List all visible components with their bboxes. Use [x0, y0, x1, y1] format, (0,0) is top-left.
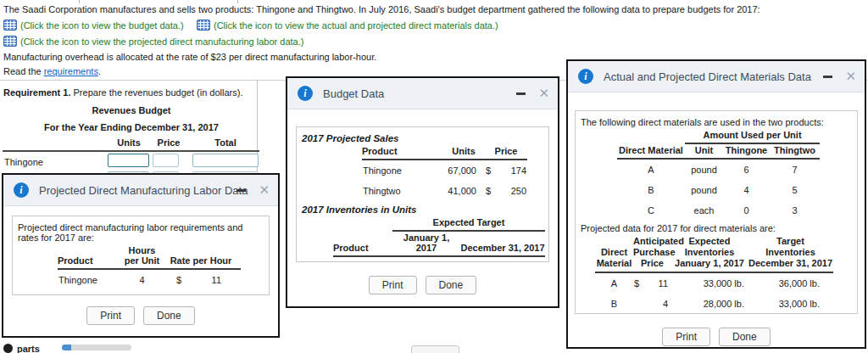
close-icon[interactable]: ✕	[259, 182, 270, 199]
col-price: Price	[485, 145, 527, 160]
requirements-link[interactable]: requirements	[44, 66, 98, 76]
table-icon	[3, 36, 17, 47]
inventories-heading: 2017 Inventories in Units	[302, 205, 543, 215]
overhead-note: Manufacturing overhead is allocated at t…	[3, 52, 376, 63]
col-hours-per-unit: Hours per Unit	[123, 244, 161, 269]
labor-intro: Projected direct manufacturing labor req…	[18, 222, 264, 243]
projected-sales-table: Product Units Price Thingone 67,000 $ 17…	[362, 145, 527, 201]
table-row: B 4 28,000 lb. 33,000 lb.	[595, 294, 833, 314]
dialog-title: Projected Direct Manufacturing Labor Dat…	[39, 184, 248, 197]
dialog-title: Budget Data	[323, 87, 384, 100]
info-icon: i	[298, 86, 313, 101]
materials-usage-table: Amount Used per Unit Direct Material Uni…	[617, 129, 820, 221]
col-product: Product	[333, 231, 392, 256]
col-thingtwo: Thingtwo	[770, 143, 820, 159]
dialog-title: Actual and Projected Direct Materials Da…	[604, 70, 811, 83]
requirement-heading: Requirement 1. Prepare the revenues budg…	[3, 87, 242, 98]
expected-target-header: Expected Target	[392, 216, 545, 231]
table-icon	[197, 20, 210, 31]
col-december: December 31, 2017	[460, 231, 545, 256]
minimize-icon[interactable]	[516, 92, 526, 95]
col-product: Product	[58, 244, 123, 269]
column-header-units: Units	[117, 137, 141, 148]
dialog-titlebar: i Projected Direct Manufacturing Labor D…	[3, 175, 278, 206]
table-icon	[3, 20, 17, 31]
col-january: January 1, 2017	[392, 231, 460, 256]
col-anticipated-price: Anticipated Purchase Price	[633, 235, 671, 272]
budget-data-panel: 2017 Projected Sales Product Units Price…	[296, 126, 549, 262]
table-row: Thingtwo 41,000 $ 250	[362, 181, 527, 201]
col-target-inventories: Target Inventories December 31, 2017	[748, 235, 833, 272]
parts-icon	[3, 344, 13, 353]
col-product: Product	[362, 145, 442, 160]
column-header-total: Total	[214, 137, 236, 148]
materials-data-panel: The following direct materials are used …	[575, 110, 858, 314]
app-screen: The Saadi Corporation manufactures and s…	[0, 0, 868, 353]
minimize-icon[interactable]	[823, 76, 832, 78]
revenues-budget-title: Revenues Budget	[0, 105, 263, 116]
problem-statement: The Saadi Corporation manufactures and s…	[3, 4, 760, 15]
read-prefix: Read the	[3, 66, 44, 76]
labor-data-link-label: (Click the icon to view the projected di…	[20, 36, 303, 47]
partial-button[interactable]	[411, 345, 459, 353]
materials-data-link-label: (Click the icon to view the actual and p…	[214, 20, 498, 31]
col-direct-material: Direct Material	[595, 235, 633, 272]
budget-data-dialog: i Budget Data ✕ 2017 Projected Sales Pro…	[286, 76, 559, 308]
top-edge-artifact	[237, 0, 238, 3]
info-icon: i	[14, 182, 29, 198]
labor-data-link[interactable]: (Click the icon to view the projected di…	[3, 36, 303, 48]
projected-intro: Projected data for 2017 for direct mater…	[581, 223, 852, 233]
materials-data-link[interactable]: (Click the icon to view the actual and p…	[197, 20, 498, 31]
labor-table: Product Hours per Unit Rate per Hour Thi…	[58, 244, 241, 295]
table-row: Thingone 4 $ 11	[58, 269, 241, 290]
revenues-budget-subtitle: For the Year Ending December 31, 2017	[0, 122, 263, 133]
table-row: Thingone 22,000 27,000	[333, 256, 545, 262]
requirement-text: Prepare the revenues budget (in dollars)…	[70, 87, 242, 98]
inventories-table: Expected Target Product January 1, 2017 …	[333, 216, 545, 262]
done-button[interactable]: Done	[719, 328, 771, 346]
table-row: A pound 6 7	[617, 159, 820, 180]
print-button[interactable]: Print	[369, 276, 417, 294]
row-label-thingone: Thingone	[4, 157, 43, 168]
col-direct-material: Direct Material	[617, 143, 685, 159]
print-button[interactable]: Print	[662, 328, 710, 346]
column-header-price: Price	[158, 137, 181, 148]
table-row: B pound 4 5	[617, 180, 820, 200]
close-icon[interactable]: ✕	[538, 85, 549, 102]
col-thingone: Thingone	[723, 143, 770, 159]
dialog-titlebar: i Budget Data ✕	[287, 78, 558, 109]
sales-heading: 2017 Projected Sales	[302, 133, 543, 143]
amount-used-header: Amount Used per Unit	[685, 129, 820, 143]
read-suffix: .	[98, 66, 101, 76]
top-edge-artifact	[79, 0, 80, 3]
done-button[interactable]: Done	[143, 306, 195, 325]
labor-data-panel: Projected direct manufacturing labor req…	[12, 216, 270, 295]
parts-label: parts	[17, 344, 40, 353]
progress-bar	[62, 345, 131, 350]
header-underline	[3, 150, 259, 152]
table-row: A $ 11 33,000 lb. 36,000 lb.	[595, 272, 833, 294]
budget-data-link[interactable]: (Click the icon to view the budget data.…	[3, 20, 184, 31]
col-units: Units	[442, 145, 485, 160]
minimize-icon[interactable]	[236, 189, 246, 192]
print-button[interactable]: Print	[86, 306, 135, 325]
col-unit: Unit	[685, 143, 723, 159]
close-icon[interactable]: ✕	[845, 68, 856, 85]
materials-projected-table: Direct Material Anticipated Purchase Pri…	[595, 235, 833, 314]
read-requirements-line: Read the requirements.	[3, 66, 101, 77]
table-row: C each 0 3	[617, 200, 820, 221]
table-row: Thingtwo 5 $ 15	[58, 290, 241, 295]
info-icon: i	[578, 69, 593, 84]
requirement-label: Requirement 1.	[3, 87, 70, 98]
col-rate-per-hour: Rate per Hour	[161, 244, 241, 269]
price-input-row1[interactable]	[153, 154, 179, 167]
usage-intro: The following direct materials are used …	[581, 117, 852, 127]
table-row: Thingone 67,000 $ 174	[362, 160, 527, 181]
total-input-row1[interactable]	[192, 154, 259, 167]
units-input-row1[interactable]	[108, 154, 149, 167]
materials-data-dialog: i Actual and Projected Direct Materials …	[566, 59, 866, 349]
dialog-titlebar: i Actual and Projected Direct Materials …	[568, 61, 865, 92]
labor-data-dialog: i Projected Direct Manufacturing Labor D…	[2, 173, 280, 338]
done-button[interactable]: Done	[426, 276, 477, 294]
budget-data-link-label: (Click the icon to view the budget data.…	[20, 20, 184, 31]
